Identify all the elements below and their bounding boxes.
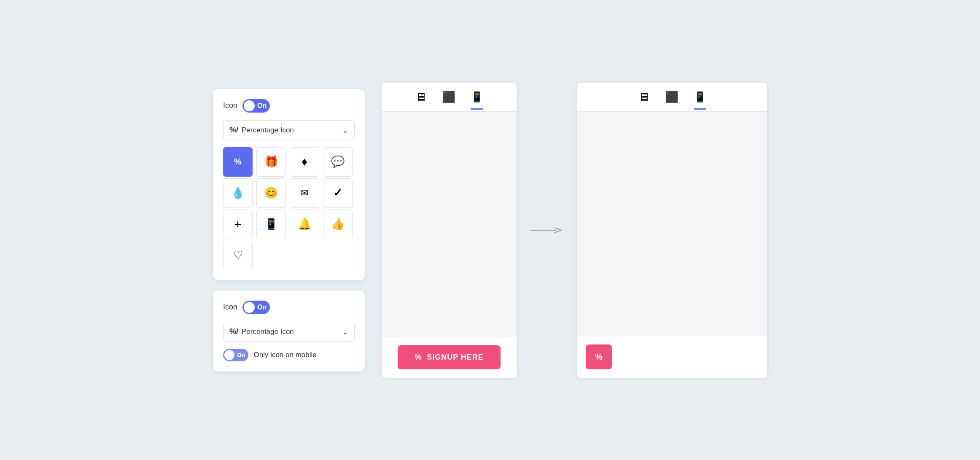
icon-cell-sms[interactable]: ✉ bbox=[290, 178, 319, 208]
icon-only-button[interactable]: % bbox=[586, 344, 612, 369]
icon-cell-diamond[interactable]: ♦ bbox=[290, 147, 319, 177]
dropdown-label-2: Percentage Icon bbox=[242, 328, 294, 336]
toggle-knob-mobile bbox=[224, 350, 234, 360]
icon-cell-bell[interactable]: 🔔 bbox=[290, 210, 319, 239]
icon-cell-thumbsup[interactable]: 👍 bbox=[323, 210, 353, 239]
desktop-icon: 🖥 bbox=[415, 90, 427, 109]
percent-slash-icon: %/ bbox=[229, 126, 238, 135]
icon-toggle-row-2: Icon On bbox=[223, 301, 355, 314]
right-preview-toolbar: 🖥 ⬛ 📱 bbox=[577, 83, 767, 112]
mobile-tab-icon: 📱 bbox=[471, 91, 483, 108]
bell-icon: 🔔 bbox=[298, 218, 311, 231]
mobile-only-toggle[interactable]: On bbox=[223, 349, 248, 361]
center-preview-toolbar: 🖥 ⬛ 📱 bbox=[382, 83, 517, 112]
center-preview-card: 🖥 ⬛ 📱 % SIGNUP HERE bbox=[382, 83, 517, 378]
icon-cell-gift[interactable]: 🎁 bbox=[256, 147, 286, 177]
heart-icon: ♡ bbox=[233, 249, 243, 262]
percent-slash-icon-2: %/ bbox=[229, 327, 238, 336]
toggle-text-mobile: On bbox=[237, 352, 245, 358]
icon-dropdown-2[interactable]: %/ Percentage Icon ⌄ bbox=[223, 322, 355, 342]
mobile-toggle-row: On Only icon on mobile bbox=[223, 349, 355, 361]
thumbsup-icon: 👍 bbox=[331, 218, 345, 231]
icon-dropdown-1[interactable]: %/ Percentage Icon ⌄ bbox=[223, 120, 355, 140]
toggle-text-1: On bbox=[257, 102, 267, 110]
right-preview-footer: % bbox=[577, 336, 767, 378]
right-toolbar-tablet-tab[interactable]: ⬛ bbox=[665, 91, 678, 110]
icon-cell-smiley[interactable]: 😊 bbox=[256, 178, 286, 208]
toolbar-desktop-tab[interactable]: 🖥 bbox=[415, 90, 427, 111]
right-tablet-icon: ⬛ bbox=[665, 91, 678, 109]
toolbar-mobile-tab[interactable]: 📱 bbox=[471, 91, 483, 110]
icon-cell-plus[interactable]: + bbox=[223, 210, 253, 239]
percentage-icon: % bbox=[234, 157, 242, 167]
center-preview-footer: % SIGNUP HERE bbox=[382, 337, 517, 378]
arrow-indicator bbox=[530, 225, 564, 235]
icon-cell-check[interactable]: ✓ bbox=[323, 178, 353, 208]
chat-icon: 💬 bbox=[331, 155, 345, 168]
icon-grid-1: % 🎁 ♦ 💬 💧 😊 ✉ ✓ + bbox=[223, 147, 355, 270]
signup-button[interactable]: % SIGNUP HERE bbox=[398, 345, 501, 369]
dropdown-content-1: %/ Percentage Icon bbox=[229, 126, 294, 135]
dropdown-arrow-2: ⌄ bbox=[342, 327, 348, 336]
icon-config-card-1: Icon On %/ Percentage Icon ⌄ % 🎁 ♦ bbox=[213, 89, 365, 280]
dropdown-label-1: Percentage Icon bbox=[242, 126, 294, 135]
center-preview-body bbox=[382, 112, 517, 337]
previews-row: 🖥 ⬛ 📱 % SIGNUP HERE bbox=[382, 83, 767, 378]
icon-toggle-row: Icon On bbox=[223, 99, 355, 113]
icon-label-1: Icon bbox=[223, 101, 237, 110]
signup-btn-label: SIGNUP HERE bbox=[427, 353, 484, 362]
icon-toggle-1[interactable]: On bbox=[242, 99, 270, 113]
toggle-text-2: On bbox=[257, 304, 267, 311]
icon-config-card-2: Icon On %/ Percentage Icon ⌄ On Only ico… bbox=[213, 291, 365, 371]
plus-icon: + bbox=[234, 217, 242, 231]
signup-btn-icon: % bbox=[415, 353, 422, 362]
smiley-icon: 😊 bbox=[264, 186, 278, 199]
arrow-svg bbox=[530, 225, 564, 235]
dropdown-content-2: %/ Percentage Icon bbox=[229, 327, 294, 336]
check-icon: ✓ bbox=[333, 186, 342, 199]
right-desktop-icon: 🖥 bbox=[638, 90, 650, 109]
icon-label-2: Icon bbox=[223, 303, 237, 312]
drop-icon: 💧 bbox=[231, 186, 245, 199]
toggle-knob-2 bbox=[244, 302, 255, 313]
icon-toggle-2[interactable]: On bbox=[242, 301, 270, 314]
gift-icon: 🎁 bbox=[264, 155, 278, 168]
left-panel: Icon On %/ Percentage Icon ⌄ % 🎁 ♦ bbox=[213, 89, 365, 371]
right-preview-body bbox=[577, 112, 767, 336]
icon-cell-mobile[interactable]: 📱 bbox=[256, 210, 286, 239]
mobile-icon: 📱 bbox=[264, 218, 278, 231]
toolbar-tablet-tab[interactable]: ⬛ bbox=[442, 91, 455, 110]
sms-icon: ✉ bbox=[301, 188, 308, 199]
icon-cell-chat[interactable]: 💬 bbox=[323, 147, 353, 177]
right-toolbar-mobile-tab[interactable]: 📱 bbox=[694, 91, 706, 110]
icon-cell-percentage[interactable]: % bbox=[223, 147, 253, 177]
icon-cell-drop[interactable]: 💧 bbox=[223, 178, 253, 208]
right-toolbar-desktop-tab[interactable]: 🖥 bbox=[638, 90, 650, 111]
icon-cell-heart[interactable]: ♡ bbox=[223, 241, 253, 270]
right-mobile-tab-icon: 📱 bbox=[694, 91, 706, 108]
dropdown-arrow-1: ⌄ bbox=[342, 126, 348, 135]
diamond-icon: ♦ bbox=[302, 155, 307, 169]
tablet-icon: ⬛ bbox=[442, 91, 455, 109]
toggle-knob-1 bbox=[244, 100, 255, 111]
mobile-toggle-label: Only icon on mobile bbox=[253, 351, 316, 359]
icon-only-percent-icon: % bbox=[595, 352, 603, 362]
right-preview-card: 🖥 ⬛ 📱 % bbox=[577, 83, 767, 378]
